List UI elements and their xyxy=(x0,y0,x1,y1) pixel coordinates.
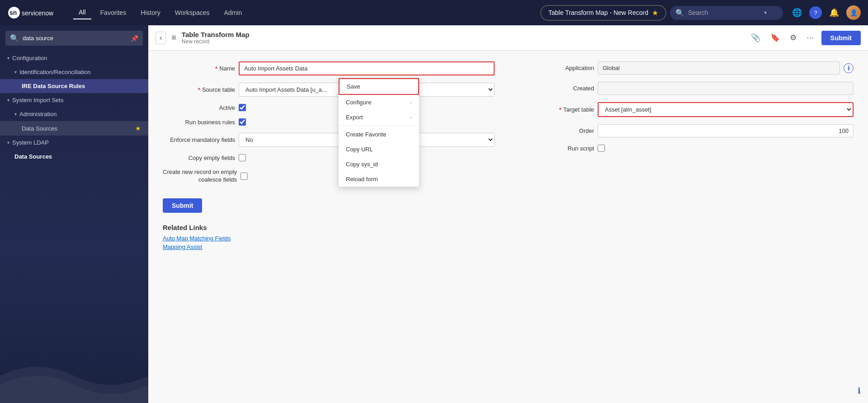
copy-empty-fields-row: Copy empty fields xyxy=(163,154,495,161)
title-pill[interactable]: Table Transform Map - New Record ★ xyxy=(540,5,666,21)
attach-icon-button[interactable]: 📎 xyxy=(748,31,763,44)
sidebar-item-system-ldap[interactable]: ▾ System LDAP xyxy=(0,136,148,150)
sidebar-item-identification[interactable]: ▾ Identification/Reconciliation xyxy=(0,65,148,79)
sidebar-item-label: Data Sources xyxy=(22,125,57,132)
sidebar-item-label: System Import Sets xyxy=(12,97,63,103)
context-menu-save[interactable]: Save xyxy=(339,78,419,95)
configure-label: Configure xyxy=(346,99,371,106)
form-title-sub: New record xyxy=(182,38,250,45)
required-star: * xyxy=(215,65,217,72)
sidebar-search-area: 🔍 📌 xyxy=(5,31,143,46)
required-star: * xyxy=(559,106,561,113)
nav-icons: 🌐 ? 🔔 👤 xyxy=(790,5,861,20)
form-grid: * Name * Source table Auto Import Assets… xyxy=(163,61,854,191)
main-layout: 🔍 📌 ▾ Configuration ▾ Identification/Rec… xyxy=(0,25,868,403)
form-header-actions: 📎 🔖 ⚙ ⋯ Submit xyxy=(748,31,861,45)
back-button[interactable]: ‹ xyxy=(156,32,166,44)
active-row: Active xyxy=(163,104,495,111)
required-star: * xyxy=(198,86,200,94)
bookmark-icon-button[interactable]: 🔖 xyxy=(768,31,783,44)
create-new-record-label: Create new record on emptycoalesce field… xyxy=(163,169,237,184)
bottom-submit-area: Submit xyxy=(163,198,854,213)
header-submit-button[interactable]: Submit xyxy=(821,31,861,45)
context-menu-reload-form[interactable]: Reload form xyxy=(339,172,419,187)
chevron-down-icon: ▾ xyxy=(7,56,9,61)
active-label: Active xyxy=(163,104,235,111)
sidebar-item-data-sources-starred[interactable]: Data Sources ★ xyxy=(0,121,148,136)
context-menu-copy-url[interactable]: Copy URL xyxy=(339,142,419,157)
created-input[interactable] xyxy=(598,82,854,95)
application-input[interactable] xyxy=(598,61,840,75)
globe-icon-button[interactable]: 🌐 xyxy=(790,6,804,19)
all-nav-button[interactable]: All xyxy=(73,6,91,19)
create-favorite-label: Create Favorite xyxy=(346,131,387,138)
save-label: Save xyxy=(347,83,360,90)
admin-nav-link[interactable]: Admin xyxy=(218,6,247,19)
sidebar-item-label: Identification/Reconciliation xyxy=(19,69,91,75)
auto-map-link[interactable]: Auto Map Matching Fields xyxy=(163,235,854,242)
sidebar-item-administration[interactable]: ▾ Administration xyxy=(0,107,148,121)
run-script-row: Run script xyxy=(522,145,854,152)
bell-icon-button[interactable]: 🔔 xyxy=(827,6,841,19)
page-info-icon[interactable]: ℹ xyxy=(858,386,861,396)
name-row: * Name xyxy=(163,61,495,75)
source-table-label: * Source table xyxy=(163,86,235,94)
more-options-button[interactable]: ⋯ xyxy=(804,31,817,44)
run-business-rules-label: Run business rules xyxy=(163,119,235,126)
form-right-column: Application ℹ Created * Target table xyxy=(522,61,854,191)
context-menu-create-favorite[interactable]: Create Favorite xyxy=(339,127,419,142)
application-label: Application xyxy=(522,65,594,71)
bottom-submit-button[interactable]: Submit xyxy=(163,198,202,213)
sidebar-item-label: Data Sources xyxy=(14,153,52,160)
hamburger-menu-button[interactable]: ≡ xyxy=(171,33,176,42)
sidebar-item-system-import-sets[interactable]: ▾ System Import Sets xyxy=(0,93,148,107)
target-table-select[interactable]: Asset [alm_asset] xyxy=(598,102,854,117)
run-business-rules-checkbox[interactable] xyxy=(239,118,246,126)
sidebar: 🔍 📌 ▾ Configuration ▾ Identification/Rec… xyxy=(0,25,148,403)
context-menu: Save Configure › Export › Create Favorit… xyxy=(338,78,420,187)
export-label: Export xyxy=(346,114,363,121)
run-script-checkbox[interactable] xyxy=(598,145,605,152)
sidebar-item-data-sources-ldap[interactable]: Data Sources xyxy=(0,150,148,164)
top-navigation: sn servicenow All Favorites History Work… xyxy=(0,0,868,25)
form-left-column: * Name * Source table Auto Import Assets… xyxy=(163,61,495,191)
search-bar: 🔍 ▾ xyxy=(670,6,783,20)
name-input[interactable] xyxy=(239,61,495,75)
name-label: * Name xyxy=(163,65,235,72)
related-links-section: Related Links Auto Map Matching Fields M… xyxy=(163,224,854,250)
application-info-button[interactable]: ℹ xyxy=(844,63,854,73)
enforce-mandatory-label: Enforce mandatory fields xyxy=(163,136,235,143)
form-body: Save Configure › Export › Create Favorit… xyxy=(148,51,868,403)
mapping-assist-link[interactable]: Mapping Assist xyxy=(163,244,854,250)
sidebar-item-configuration[interactable]: ▾ Configuration xyxy=(0,51,148,65)
copy-sysid-label: Copy sys_id xyxy=(346,161,378,168)
sidebar-item-ire-rules[interactable]: IRE Data Source Rules xyxy=(0,79,148,93)
context-menu-configure[interactable]: Configure › xyxy=(339,95,419,110)
context-menu-export[interactable]: Export › xyxy=(339,110,419,125)
settings-icon-button[interactable]: ⚙ xyxy=(787,31,799,44)
source-table-row: * Source table Auto Import Assets Data [… xyxy=(163,83,495,97)
logo-area: sn servicenow xyxy=(7,6,66,19)
create-new-record-checkbox[interactable] xyxy=(241,173,248,180)
workspaces-nav-link[interactable]: Workspaces xyxy=(170,6,215,19)
chevron-down-icon: ▾ xyxy=(14,70,17,75)
title-pill-text: Table Transform Map - New Record xyxy=(548,9,648,16)
history-nav-link[interactable]: History xyxy=(135,6,166,19)
search-dropdown-button[interactable]: ▾ xyxy=(764,9,767,16)
context-menu-divider xyxy=(339,126,419,126)
target-table-row: * Target table Asset [alm_asset] xyxy=(522,102,854,117)
chevron-down-icon: ▾ xyxy=(14,112,17,117)
favorites-nav-link[interactable]: Favorites xyxy=(95,6,132,19)
copy-empty-fields-label: Copy empty fields xyxy=(163,155,235,161)
reload-form-label: Reload form xyxy=(346,176,378,183)
user-avatar[interactable]: 👤 xyxy=(846,5,861,20)
search-input[interactable] xyxy=(688,9,760,16)
context-menu-copy-sysid[interactable]: Copy sys_id xyxy=(339,157,419,172)
active-checkbox[interactable] xyxy=(239,104,246,111)
sidebar-search-input[interactable] xyxy=(23,35,104,42)
copy-empty-fields-checkbox[interactable] xyxy=(239,154,246,161)
help-icon-button[interactable]: ? xyxy=(809,6,822,19)
order-input[interactable] xyxy=(598,124,854,137)
sidebar-pin-button[interactable]: 📌 xyxy=(131,35,138,42)
form-title: Table Transform Map New record xyxy=(182,31,250,45)
